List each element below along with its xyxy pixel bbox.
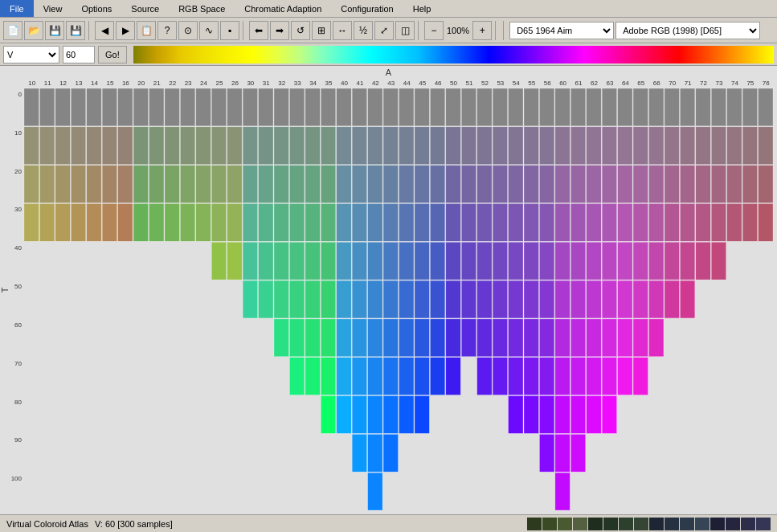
curve-btn[interactable]: ∿ bbox=[199, 21, 219, 40]
back-btn[interactable]: ◀ bbox=[95, 21, 114, 40]
bottom-swatches bbox=[527, 518, 771, 530]
bottom-swatch-13[interactable] bbox=[726, 518, 740, 530]
bottom-swatch-14[interactable] bbox=[741, 518, 755, 530]
bottom-swatch-12[interactable] bbox=[710, 518, 725, 530]
separator bbox=[503, 21, 506, 40]
menu-item-options[interactable]: Options bbox=[72, 0, 121, 17]
expand-btn[interactable]: ⤢ bbox=[374, 21, 394, 40]
bottom-swatch-5[interactable] bbox=[603, 518, 618, 530]
reset-btn[interactable]: ↺ bbox=[291, 21, 310, 40]
menu-item-rgb space[interactable]: RGB Space bbox=[169, 0, 235, 17]
axis-select[interactable]: VTA bbox=[3, 46, 59, 63]
menu-item-chromatic adaption[interactable]: Chromatic Adaption bbox=[235, 0, 331, 17]
atlas-canvas[interactable] bbox=[0, 66, 777, 514]
next-btn[interactable]: ➡ bbox=[270, 21, 289, 40]
bottom-swatch-8[interactable] bbox=[649, 518, 664, 530]
bottom-swatch-1[interactable] bbox=[542, 518, 557, 530]
bottom-swatch-2[interactable] bbox=[558, 518, 572, 530]
controls-bar: VTA Go! bbox=[0, 43, 777, 66]
separator bbox=[418, 21, 421, 40]
new-btn[interactable]: 📄 bbox=[3, 21, 22, 40]
status-info: V: 60 [300 samples] bbox=[95, 519, 173, 529]
status-bar: Virtual Coloroid Atlas V: 60 [300 sample… bbox=[0, 514, 777, 532]
forward-btn[interactable]: ▶ bbox=[116, 21, 135, 40]
menu-bar: FileViewOptionsSourceRGB SpaceChromatic … bbox=[0, 0, 777, 18]
square-btn[interactable]: ▪ bbox=[220, 21, 239, 40]
menu-item-configuration[interactable]: Configuration bbox=[331, 0, 403, 17]
half-btn[interactable]: ½ bbox=[354, 21, 373, 40]
menu-item-help[interactable]: Help bbox=[403, 0, 441, 17]
zoom-out-btn[interactable]: − bbox=[424, 21, 444, 40]
bottom-swatch-15[interactable] bbox=[756, 518, 771, 530]
zoom-level: 100% bbox=[445, 26, 471, 35]
bottom-swatch-7[interactable] bbox=[634, 518, 648, 530]
split-btn[interactable]: ◫ bbox=[395, 21, 415, 40]
toolbar: 📄📂💾💾◀▶📋?⊙∿▪⬅➡↺⊞↔½⤢◫−100%+D50 2° AimD65 2… bbox=[0, 18, 777, 43]
go-button[interactable]: Go! bbox=[98, 46, 127, 63]
bottom-swatch-10[interactable] bbox=[680, 518, 694, 530]
flip-btn[interactable]: ↔ bbox=[333, 21, 352, 40]
color-wheel-btn[interactable]: ⊙ bbox=[178, 21, 198, 40]
clip-btn[interactable]: 📋 bbox=[137, 21, 156, 40]
save-as-btn[interactable]: 💾 bbox=[66, 21, 85, 40]
open-btn[interactable]: 📂 bbox=[24, 21, 43, 40]
illuminant-dropdown[interactable]: D50 2° AimD65 2° AimD65 1964 AimA 2° Aim bbox=[509, 22, 614, 39]
bottom-swatch-3[interactable] bbox=[573, 518, 587, 530]
separator bbox=[243, 21, 246, 40]
profile-dropdown[interactable]: sRGB [D65]Adobe RGB (1998) [D65]ProPhoto… bbox=[615, 22, 760, 39]
bottom-swatch-11[interactable] bbox=[695, 518, 710, 530]
bottom-swatch-6[interactable] bbox=[619, 518, 633, 530]
menu-item-source[interactable]: Source bbox=[121, 0, 169, 17]
menu-item-file[interactable]: File bbox=[0, 0, 34, 17]
help-btn[interactable]: ? bbox=[157, 21, 177, 40]
zoom-in-btn[interactable]: + bbox=[472, 21, 492, 40]
value-input[interactable] bbox=[63, 46, 95, 63]
bottom-swatch-0[interactable] bbox=[527, 518, 542, 530]
menu-item-view[interactable]: View bbox=[34, 0, 72, 17]
gradient-bar bbox=[133, 46, 774, 63]
bottom-swatch-9[interactable] bbox=[665, 518, 679, 530]
grid-btn[interactable]: ⊞ bbox=[312, 21, 331, 40]
app-name: Virtual Coloroid Atlas bbox=[6, 519, 88, 529]
save-btn[interactable]: 💾 bbox=[45, 21, 64, 40]
prev-btn[interactable]: ⬅ bbox=[249, 21, 268, 40]
separator bbox=[88, 21, 92, 40]
separator bbox=[495, 21, 498, 40]
bottom-swatch-4[interactable] bbox=[588, 518, 603, 530]
main-area bbox=[0, 66, 777, 514]
